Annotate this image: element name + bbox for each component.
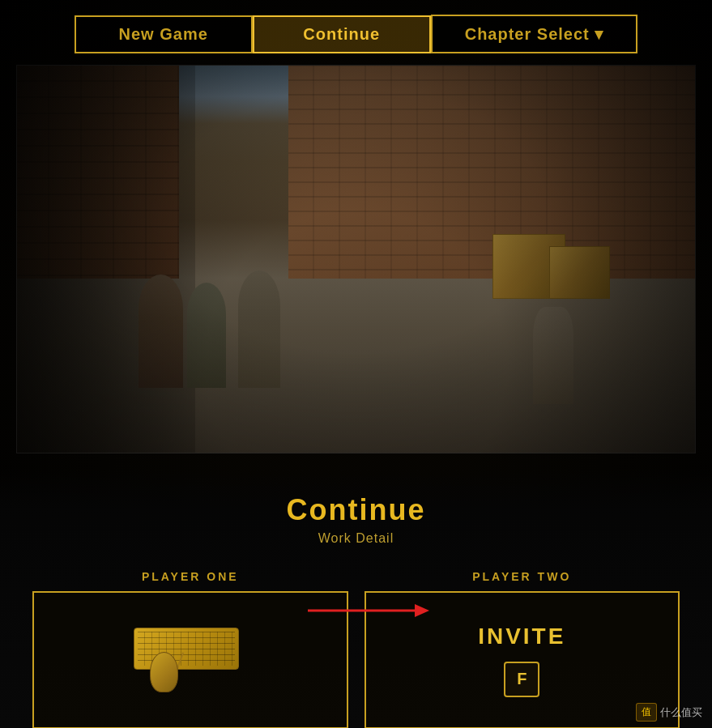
watermark: 值 什么值买 bbox=[636, 703, 702, 722]
arrow-head bbox=[415, 604, 429, 617]
chapter-select-button[interactable]: Chapter Select ▾ bbox=[431, 15, 638, 53]
player-one-label: PLAYER ONE bbox=[142, 570, 239, 583]
character-2 bbox=[187, 283, 226, 388]
player-one-section: PLAYER ONE bbox=[32, 570, 348, 728]
player-one-box bbox=[32, 591, 348, 728]
continue-button[interactable]: Continue bbox=[253, 15, 431, 53]
mouse-body bbox=[150, 652, 178, 692]
continue-title: Continue bbox=[287, 493, 426, 527]
arrow-line bbox=[308, 610, 421, 612]
invite-text: INVITE bbox=[478, 624, 565, 649]
character-3 bbox=[238, 270, 280, 388]
character-1 bbox=[139, 275, 183, 388]
keyboard-mouse-icon bbox=[134, 628, 247, 692]
keyboard-body bbox=[134, 628, 239, 670]
player-two-label: PLAYER TWO bbox=[472, 570, 571, 583]
scene-background bbox=[17, 66, 695, 453]
arrow-annotation bbox=[308, 594, 454, 627]
game-screenshot bbox=[16, 65, 696, 453]
watermark-badge: 值 bbox=[636, 703, 657, 722]
new-game-button[interactable]: New Game bbox=[75, 15, 253, 53]
nav-bar: New Game Continue Chapter Select ▾ bbox=[0, 0, 712, 53]
subtitle: Work Detail bbox=[318, 531, 394, 546]
watermark-text: 什么值买 bbox=[660, 705, 702, 720]
characters-group bbox=[139, 270, 280, 388]
invite-container: INVITE F bbox=[478, 624, 565, 697]
key-f-badge: F bbox=[504, 662, 539, 697]
shadow-left bbox=[17, 66, 195, 453]
crate-2 bbox=[549, 246, 610, 299]
character-right bbox=[533, 307, 573, 404]
